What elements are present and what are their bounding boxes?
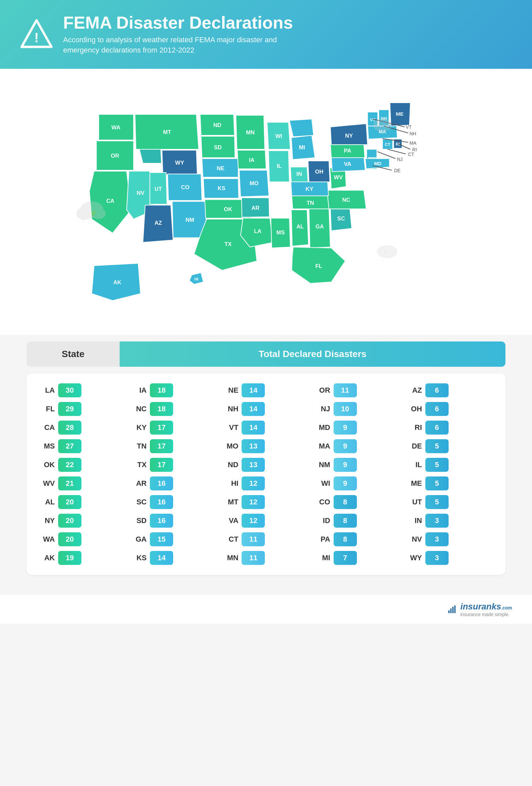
table-row: VA 12 (223, 514, 308, 528)
state-label: ID (315, 516, 330, 525)
us-map: WA OR CA NV ID MT WY UT CO (50, 89, 482, 322)
svg-text:MT: MT (163, 129, 171, 135)
state-label: WA (40, 535, 55, 544)
svg-text:. . .: . . . (377, 255, 384, 261)
count-badge: 27 (58, 439, 81, 453)
svg-text:FL: FL (315, 263, 322, 269)
table-row: ME 5 (407, 477, 492, 490)
svg-rect-128 (448, 610, 450, 613)
svg-text:MD: MD (374, 161, 382, 166)
svg-text:AK: AK (113, 279, 121, 285)
table-row: NV 3 (407, 532, 492, 546)
table-row: CO 8 (315, 495, 401, 509)
table-row: ND 13 (223, 458, 308, 472)
table-row: NC 18 (131, 402, 217, 416)
count-badge: 20 (58, 495, 81, 509)
count-badge: 15 (150, 532, 173, 546)
count-badge: 22 (58, 458, 81, 472)
table-row: WA 20 (40, 532, 125, 546)
svg-text:MN: MN (246, 129, 255, 136)
svg-text:WA: WA (111, 124, 120, 131)
svg-text:IL: IL (276, 163, 282, 169)
table-row: IN 3 (407, 514, 492, 528)
count-badge: 6 (425, 421, 449, 435)
brand-tagline: insurance made simple. (460, 612, 509, 617)
svg-text:IN: IN (296, 171, 302, 177)
table-section: State Total Declared Disasters LA 30 FL … (0, 335, 532, 595)
state-label: DE (407, 442, 422, 450)
table-row: AZ 6 (407, 383, 492, 397)
svg-rect-131 (454, 605, 456, 613)
state-label: SC (131, 498, 147, 506)
table-row: WV 21 (40, 477, 125, 490)
state-label: KY (131, 423, 147, 432)
svg-text:TN: TN (306, 200, 314, 206)
state-label: MI (315, 554, 330, 562)
count-badge: 12 (242, 514, 265, 528)
footer: insuranks .com insurance made simple. (0, 595, 532, 624)
table-header-state-label: State (27, 342, 120, 367)
state-label: AK (40, 554, 55, 562)
state-label: NE (223, 386, 238, 395)
svg-text:!: ! (385, 248, 386, 255)
map-section: WA OR CA NV ID MT WY UT CO (0, 69, 532, 335)
state-label: WV (40, 479, 55, 488)
state-label: WI (315, 479, 330, 488)
svg-text:NM: NM (186, 217, 194, 223)
state-label: NH (223, 404, 238, 413)
svg-text:DE: DE (394, 167, 401, 173)
state-label: SD (131, 516, 147, 525)
svg-text:OH: OH (315, 168, 323, 175)
count-badge: 29 (58, 402, 81, 416)
svg-text:CT: CT (408, 151, 414, 157)
state-label: OH (407, 404, 422, 413)
svg-rect-129 (450, 608, 452, 613)
table-body: LA 30 FL 29 CA 28 MS 27 OK 22 WV 21 AL 2… (27, 373, 505, 575)
count-badge: 14 (242, 383, 265, 397)
svg-text:HI: HI (194, 277, 198, 282)
table-row: MN 11 (223, 551, 308, 565)
svg-text:WI: WI (275, 133, 282, 139)
table-col-4: AZ 6 OH 6 RI 6 DE 5 IL 5 ME 5 UT 5 IN 3 … (407, 383, 492, 565)
table-row: MT 12 (223, 495, 308, 509)
table-row: TN 17 (131, 439, 217, 453)
table-row: WI 9 (315, 477, 401, 490)
state-label: NC (131, 404, 147, 413)
count-badge: 3 (425, 532, 449, 546)
count-badge: 12 (242, 477, 265, 490)
state-label: RI (407, 423, 422, 432)
table-row: NY 20 (40, 514, 125, 528)
count-badge: 6 (425, 383, 449, 397)
count-badge: 12 (242, 495, 265, 509)
svg-text:!: ! (82, 217, 84, 223)
count-badge: 20 (58, 514, 81, 528)
svg-text:AZ: AZ (154, 220, 162, 226)
state-label: LA (40, 386, 55, 395)
svg-text:PA: PA (344, 147, 351, 154)
table-row: VT 14 (223, 421, 308, 435)
table-row: MD 9 (315, 421, 401, 435)
state-label: GA (131, 535, 147, 544)
table-row: NM 9 (315, 458, 401, 472)
table-col-0: LA 30 FL 29 CA 28 MS 27 OK 22 WV 21 AL 2… (40, 383, 125, 565)
table-row: SD 16 (131, 514, 217, 528)
svg-text:ME: ME (396, 111, 404, 117)
table-row: MO 13 (223, 439, 308, 453)
table-row: OK 22 (40, 458, 125, 472)
state-label: IN (407, 516, 422, 525)
svg-text:OK: OK (224, 206, 232, 212)
svg-text:SD: SD (214, 144, 221, 151)
header: ! FEMA Disaster Declarations According t… (0, 0, 532, 69)
table-row: IL 5 (407, 458, 492, 472)
table-header-disasters-label: Total Declared Disasters (120, 342, 505, 367)
state-label: IA (131, 386, 147, 395)
count-badge: 28 (58, 421, 81, 435)
svg-text:TX: TX (224, 241, 232, 247)
count-badge: 5 (425, 439, 449, 453)
table-row: PA 8 (315, 532, 401, 546)
svg-text:NC: NC (342, 197, 350, 203)
table-row: HI 12 (223, 477, 308, 490)
count-badge: 5 (425, 477, 449, 490)
count-badge: 7 (334, 551, 357, 565)
brand-domain: .com (501, 605, 512, 610)
